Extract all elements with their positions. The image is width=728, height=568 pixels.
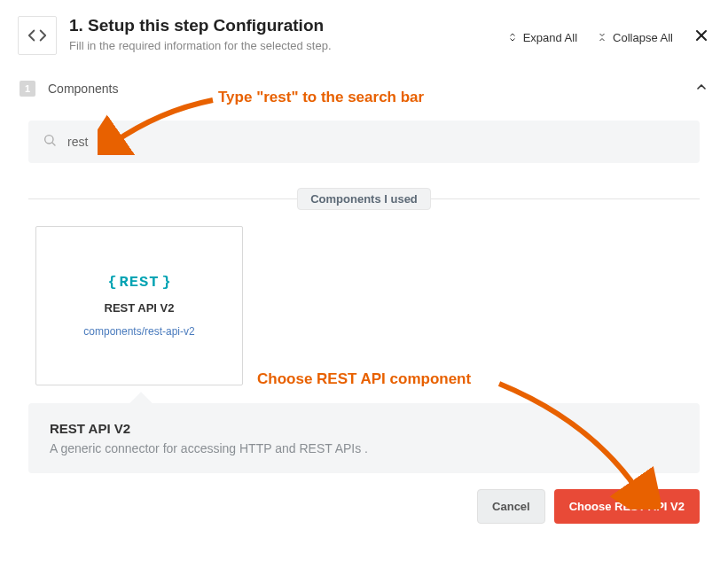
search-bar[interactable] — [28, 121, 700, 163]
divider-line — [28, 198, 297, 199]
card-title: REST API V2 — [105, 301, 175, 315]
brace-left: { — [107, 274, 116, 291]
expand-all-button[interactable]: Expand All — [507, 31, 577, 44]
search-container — [0, 121, 728, 163]
rest-logo: { REST } — [107, 274, 170, 291]
components-used-label: Components I used — [297, 188, 431, 210]
page-title: 1. Setup this step Configuration — [69, 16, 495, 35]
header-actions: Expand All Collapse All — [507, 16, 710, 48]
collapse-section-button[interactable] — [694, 80, 708, 97]
section-divider: Components I used — [28, 188, 700, 210]
component-card-row: { REST } REST API V2 components/rest-api… — [0, 226, 728, 385]
section-header[interactable]: 1 Components — [0, 71, 728, 108]
component-detail-panel: REST API V2 A generic connector for acce… — [28, 403, 700, 473]
component-card-rest-api[interactable]: { REST } REST API V2 components/rest-api… — [35, 226, 243, 385]
choose-component-button[interactable]: Choose REST API V2 — [554, 489, 700, 524]
card-subtitle: components/rest-api-v2 — [83, 325, 194, 338]
brace-right: } — [161, 274, 170, 291]
dialog-button-row: Cancel Choose REST API V2 — [0, 473, 728, 524]
collapse-all-button[interactable]: Collapse All — [597, 31, 673, 44]
expand-all-label: Expand All — [523, 31, 577, 44]
collapse-all-label: Collapse All — [613, 31, 673, 44]
detail-title: REST API V2 — [50, 421, 678, 436]
section-title: Components — [48, 82, 682, 96]
step-number-badge: 1 — [20, 81, 35, 97]
divider-line — [431, 198, 700, 199]
svg-line-3 — [52, 143, 55, 145]
page-subtitle: Fill in the required information for the… — [69, 39, 495, 52]
svg-point-2 — [45, 136, 53, 144]
search-input[interactable] — [67, 135, 685, 149]
close-button[interactable] — [693, 27, 710, 48]
search-icon — [43, 133, 57, 151]
code-icon — [18, 16, 57, 55]
dialog-header: 1. Setup this step Configuration Fill in… — [0, 0, 728, 71]
header-text-block: 1. Setup this step Configuration Fill in… — [69, 16, 495, 52]
detail-description: A generic connector for accessing HTTP a… — [50, 441, 678, 455]
rest-logo-text: REST — [120, 274, 160, 291]
cancel-button[interactable]: Cancel — [477, 489, 545, 524]
